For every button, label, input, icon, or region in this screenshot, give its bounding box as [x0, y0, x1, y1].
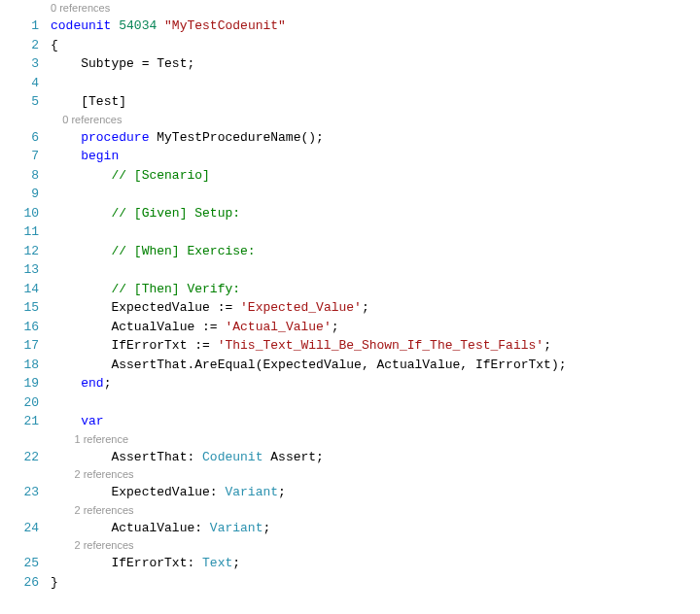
code-line[interactable]: ActualValue := 'Actual_Value';	[51, 318, 700, 337]
line-number: 20	[0, 393, 39, 413]
code-line[interactable]: begin	[51, 147, 700, 166]
line-number: 4	[0, 74, 39, 93]
code-line[interactable]: IfErrorTxt: Text;	[51, 554, 700, 573]
line-number: 22	[0, 448, 39, 467]
line-number: 9	[0, 185, 39, 204]
line-number: 11	[0, 222, 39, 242]
line-number: 7	[0, 147, 39, 166]
code-line[interactable]: AssertThat: Codeunit Assert;	[51, 448, 700, 467]
code-line[interactable]: // [When] Exercise:	[51, 242, 700, 261]
line-number: 3	[0, 54, 39, 74]
line-number: 2	[0, 36, 39, 55]
line-number: 21	[0, 412, 39, 431]
code-line[interactable]: Subtype = Test;	[51, 54, 700, 74]
code-line[interactable]: ExpectedValue: Variant;	[51, 483, 700, 502]
code-line[interactable]	[51, 185, 700, 204]
code-line[interactable]	[51, 222, 700, 242]
code-line[interactable]: var	[51, 412, 700, 431]
line-number: 24	[0, 519, 39, 538]
code-line[interactable]: // [Scenario]	[51, 166, 700, 186]
code-line[interactable]: AssertThat.AreEqual(ExpectedValue, Actua…	[51, 356, 700, 375]
code-line[interactable]: // [Then] Verify:	[51, 280, 700, 299]
line-number: 14	[0, 280, 39, 299]
code-line[interactable]: codeunit 54034 "MyTestCodeunit"	[51, 17, 700, 36]
codelens-references[interactable]: 1 reference	[51, 431, 700, 448]
codelens-references[interactable]: 0 references	[51, 0, 700, 17]
codelens-references[interactable]: 2 references	[51, 537, 700, 554]
code-line[interactable]: ActualValue: Variant;	[51, 519, 700, 538]
line-number-gutter: 1 2 3 4 5 6 7 8 9 10 11 12 13 14 15 16 1…	[0, 0, 51, 592]
line-number: 25	[0, 554, 39, 573]
line-number: 10	[0, 204, 39, 223]
line-number: 19	[0, 374, 39, 393]
line-number: 23	[0, 483, 39, 502]
codelens-references[interactable]: 2 references	[51, 502, 700, 519]
code-line[interactable]: }	[51, 573, 700, 593]
line-number: 16	[0, 318, 39, 337]
code-line[interactable]	[51, 260, 700, 280]
line-number: 18	[0, 356, 39, 375]
code-line[interactable]	[51, 74, 700, 93]
line-number: 8	[0, 166, 39, 186]
line-number: 6	[0, 128, 39, 148]
line-number: 12	[0, 242, 39, 261]
line-number: 1	[0, 17, 39, 36]
codelens-references[interactable]: 0 references	[51, 112, 700, 128]
code-line[interactable]: IfErrorTxt := 'This_Text_Will_Be_Shown_I…	[51, 336, 700, 356]
line-number: 13	[0, 260, 39, 280]
code-line[interactable]: end;	[51, 374, 700, 393]
code-line[interactable]: {	[51, 36, 700, 55]
code-line[interactable]: // [Given] Setup:	[51, 204, 700, 223]
code-line[interactable]: [Test]	[51, 92, 700, 112]
line-number: 17	[0, 336, 39, 356]
code-line[interactable]: ExpectedValue := 'Expected_Value';	[51, 298, 700, 318]
code-editor[interactable]: 1 2 3 4 5 6 7 8 9 10 11 12 13 14 15 16 1…	[0, 0, 700, 592]
codelens-references[interactable]: 2 references	[51, 466, 700, 483]
line-number: 5	[0, 92, 39, 112]
code-line[interactable]	[51, 393, 700, 413]
code-area[interactable]: 0 references codeunit 54034 "MyTestCodeu…	[51, 0, 700, 592]
line-number: 26	[0, 573, 39, 593]
line-number: 15	[0, 298, 39, 318]
code-line[interactable]: procedure MyTestProcedureName();	[51, 128, 700, 148]
